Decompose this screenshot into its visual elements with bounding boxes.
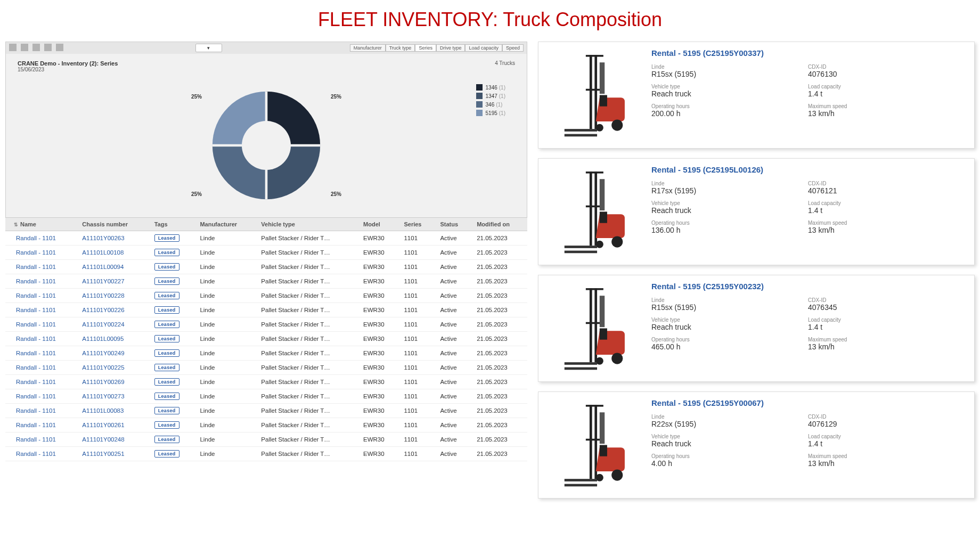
cell-chassis[interactable]: A11101L00083 <box>77 404 149 418</box>
cell-chassis[interactable]: A11101Y00251 <box>77 447 149 461</box>
cell-series: 1101 <box>398 418 435 432</box>
cell-chassis[interactable]: A11101Y00263 <box>77 231 149 246</box>
card-title[interactable]: Rental - 5195 (C25195Y00232) <box>651 282 965 291</box>
spec-label: Load capacity <box>808 200 965 206</box>
col-tags[interactable]: Tags <box>149 218 195 231</box>
cell-modified: 21.05.2023 <box>471 432 527 447</box>
table-row[interactable]: Randall - 1101A11101Y00226LeasedLindePal… <box>5 303 527 317</box>
vehicle-card[interactable]: Rental - 5195 (C25195Y00337)LindeR15sx (… <box>538 42 975 149</box>
cell-chassis[interactable]: A11101Y00269 <box>77 375 149 389</box>
table-row[interactable]: Randall - 1101A11101Y00225LeasedLindePal… <box>5 361 527 375</box>
table-row[interactable]: Randall - 1101A11101Y00248LeasedLindePal… <box>5 432 527 447</box>
spec-value: Reach truck <box>651 89 808 98</box>
cell-name[interactable]: Randall - 1101 <box>5 317 77 332</box>
card-title[interactable]: Rental - 5195 (C25195Y00067) <box>651 398 965 407</box>
col-chassis-number[interactable]: Chassis number <box>77 218 149 231</box>
vehicle-card[interactable]: Rental - 5195 (C25195Y00067)LindeR22sx (… <box>538 391 975 499</box>
legend-item[interactable]: 1347(1) <box>476 93 505 99</box>
cell-model: EWR30 <box>358 375 398 389</box>
cell-chassis[interactable]: A11101L00095 <box>77 332 149 346</box>
cell-name[interactable]: Randall - 1101 <box>5 361 77 375</box>
tag-leased: Leased <box>154 249 179 256</box>
tag-leased: Leased <box>154 393 179 400</box>
cell-chassis[interactable]: A11101Y00225 <box>77 361 149 375</box>
legend-count: (1) <box>499 110 505 116</box>
table-row[interactable]: Randall - 1101A11101Y00228LeasedLindePal… <box>5 289 527 303</box>
cell-name[interactable]: Randall - 1101 <box>5 346 77 361</box>
table-row[interactable]: Randall - 1101A11101L00083LeasedLindePal… <box>5 404 527 418</box>
legend-item[interactable]: 346(1) <box>476 101 505 108</box>
cell-chassis[interactable]: A11101L00108 <box>77 246 149 260</box>
tab-load-capacity[interactable]: Load capacity <box>465 44 502 52</box>
table-row[interactable]: Randall - 1101A11101Y00224LeasedLindePal… <box>5 317 527 332</box>
cell-chassis[interactable]: A11101Y00273 <box>77 389 149 404</box>
cell-series: 1101 <box>398 346 435 361</box>
toolbar-dropdown[interactable]: ▾ <box>195 44 222 52</box>
donut-chart[interactable]: 25% 25% 25% 25% <box>205 84 328 207</box>
table-row[interactable]: Randall - 1101A11101Y00261LeasedLindePal… <box>5 418 527 432</box>
table-row[interactable]: Randall - 1101A11101L00094LeasedLindePal… <box>5 260 527 274</box>
cell-chassis[interactable]: A11101L00094 <box>77 260 149 274</box>
cell-name[interactable]: Randall - 1101 <box>5 404 77 418</box>
cell-name[interactable]: Randall - 1101 <box>5 260 77 274</box>
card-title[interactable]: Rental - 5195 (C25195Y00337) <box>651 48 965 58</box>
cell-name[interactable]: Randall - 1101 <box>5 447 77 461</box>
back-icon[interactable] <box>9 44 17 51</box>
legend-item[interactable]: 1346(1) <box>476 84 505 91</box>
cell-name[interactable]: Randall - 1101 <box>5 375 77 389</box>
vehicle-card[interactable]: Rental - 5195 (C25195L00126)LindeR17sx (… <box>538 158 975 265</box>
cell-chassis[interactable]: A11101Y00261 <box>77 418 149 432</box>
cell-chassis[interactable]: A11101Y00228 <box>77 289 149 303</box>
cell-status: Active <box>435 361 471 375</box>
cell-name[interactable]: Randall - 1101 <box>5 303 77 317</box>
cell-chassis[interactable]: A11101Y00248 <box>77 432 149 447</box>
svg-rect-18 <box>600 212 607 223</box>
table-row[interactable]: Randall - 1101A11101L00095LeasedLindePal… <box>5 332 527 346</box>
cell-chassis[interactable]: A11101Y00249 <box>77 346 149 361</box>
tab-speed[interactable]: Speed <box>502 44 524 52</box>
col-manufacturer[interactable]: Manufacturer <box>194 218 256 231</box>
table-row[interactable]: Randall - 1101A11101Y00273LeasedLindePal… <box>5 389 527 404</box>
cell-chassis[interactable]: A11101Y00224 <box>77 317 149 332</box>
cell-vehicle-type: Pallet Stacker / Rider T… <box>256 260 358 274</box>
tag-leased: Leased <box>154 292 179 299</box>
refresh-icon[interactable] <box>32 44 40 51</box>
cell-tags: Leased <box>149 404 195 418</box>
cell-name[interactable]: Randall - 1101 <box>5 332 77 346</box>
tab-series[interactable]: Series <box>415 44 436 52</box>
table-row[interactable]: Randall - 1101A11101L00108LeasedLindePal… <box>5 246 527 260</box>
col-status[interactable]: Status <box>435 218 471 231</box>
card-title[interactable]: Rental - 5195 (C25195L00126) <box>651 165 965 174</box>
table-row[interactable]: Randall - 1101A11101Y00251LeasedLindePal… <box>5 447 527 461</box>
cell-name[interactable]: Randall - 1101 <box>5 289 77 303</box>
table-row[interactable]: Randall - 1101A11101Y00227LeasedLindePal… <box>5 274 527 289</box>
home-icon[interactable] <box>21 44 28 51</box>
cell-name[interactable]: Randall - 1101 <box>5 418 77 432</box>
spec-value: 4.00 h <box>651 459 808 468</box>
tab-truck-type[interactable]: Truck type <box>386 44 415 52</box>
col-vehicle-type[interactable]: Vehicle type <box>256 218 358 231</box>
cell-name[interactable]: Randall - 1101 <box>5 274 77 289</box>
tab-manufacturer[interactable]: Manufacturer <box>350 44 386 52</box>
cell-chassis[interactable]: A11101Y00227 <box>77 274 149 289</box>
col-series[interactable]: Series <box>398 218 435 231</box>
cell-name[interactable]: Randall - 1101 <box>5 389 77 404</box>
cell-manufacturer: Linde <box>194 260 256 274</box>
cell-name[interactable]: Randall - 1101 <box>5 246 77 260</box>
col-model[interactable]: Model <box>358 218 398 231</box>
cell-name[interactable]: Randall - 1101 <box>5 231 77 246</box>
cell-name[interactable]: Randall - 1101 <box>5 432 77 447</box>
cell-chassis[interactable]: A11101Y00226 <box>77 303 149 317</box>
vehicle-thumb <box>548 282 639 375</box>
legend-item[interactable]: 5195(1) <box>476 110 505 116</box>
doc-icon[interactable] <box>44 44 52 51</box>
table-row[interactable]: Randall - 1101A11101Y00249LeasedLindePal… <box>5 346 527 361</box>
spec-label: Vehicle type <box>651 84 808 89</box>
vehicle-card[interactable]: Rental - 5195 (C25195Y00232)LindeR15sx (… <box>538 275 975 382</box>
col-name[interactable]: ⇅Name <box>5 218 77 231</box>
save-icon[interactable] <box>56 44 63 51</box>
table-row[interactable]: Randall - 1101A11101Y00263LeasedLindePal… <box>5 231 527 246</box>
table-row[interactable]: Randall - 1101A11101Y00269LeasedLindePal… <box>5 375 527 389</box>
tab-drive-type[interactable]: Drive type <box>436 44 466 52</box>
col-modified-on[interactable]: Modified on <box>471 218 527 231</box>
